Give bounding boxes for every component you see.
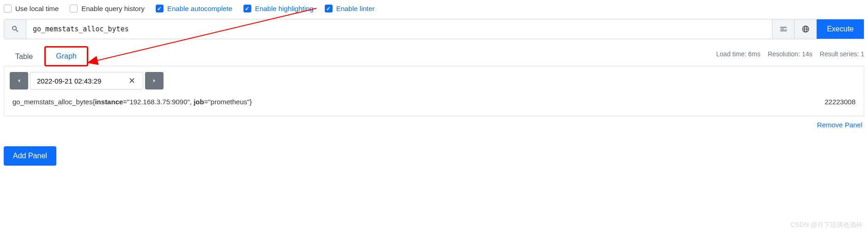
- checkbox-label: Enable linter: [336, 5, 375, 12]
- label-key-job: job: [194, 98, 204, 106]
- search-icon: [4, 19, 26, 39]
- time-navigation: ✕: [10, 72, 858, 90]
- tab-table[interactable]: Table: [4, 47, 44, 66]
- query-options-row: Use local time Enable query history Enab…: [4, 2, 864, 19]
- result-value: 22223008: [825, 98, 856, 106]
- expression-input[interactable]: [26, 19, 772, 39]
- checkbox-label: Enable highlighting: [255, 5, 314, 12]
- format-query-button[interactable]: [772, 19, 794, 39]
- globe-icon-button[interactable]: [794, 19, 816, 39]
- checkbox-icon: [4, 5, 12, 12]
- label-val-instance: "192.168.3.75:9090": [127, 98, 190, 106]
- tab-graph[interactable]: Graph: [44, 46, 88, 66]
- checkbox-label: Use local time: [15, 5, 59, 12]
- add-panel-button[interactable]: Add Panel: [4, 146, 56, 166]
- remove-panel-link[interactable]: Remove Panel: [4, 116, 864, 133]
- enable-query-history-checkbox[interactable]: Enable query history: [70, 5, 145, 12]
- result-metric: go_memstats_alloc_bytes{instance="192.16…: [12, 98, 252, 106]
- label-key-instance: instance: [95, 98, 123, 106]
- checkbox-icon: [243, 5, 251, 12]
- query-stats: Load time: 6ms Resolution: 14s Result se…: [716, 50, 864, 61]
- metric-name: go_memstats_alloc_bytes: [12, 98, 92, 106]
- enable-highlighting-checkbox[interactable]: Enable highlighting: [243, 5, 314, 12]
- enable-linter-checkbox[interactable]: Enable linter: [325, 5, 375, 12]
- tabs-row: Table Graph Load time: 6ms Resolution: 1…: [4, 46, 864, 66]
- checkbox-icon: [70, 5, 78, 12]
- checkbox-icon: [156, 5, 164, 12]
- enable-autocomplete-checkbox[interactable]: Enable autocomplete: [156, 5, 232, 12]
- query-bar: Execute: [4, 19, 864, 39]
- label-val-job: "prometheus": [208, 98, 249, 106]
- checkbox-label: Enable autocomplete: [167, 5, 232, 12]
- time-next-button[interactable]: [145, 72, 164, 90]
- time-prev-button[interactable]: [10, 72, 28, 90]
- clear-time-button[interactable]: ✕: [125, 76, 139, 86]
- stat-resolution: Resolution: 14s: [768, 50, 813, 58]
- evaluation-time-input[interactable]: [37, 77, 125, 85]
- result-row: go_memstats_alloc_bytes{instance="192.16…: [10, 90, 858, 110]
- use-local-time-checkbox[interactable]: Use local time: [4, 5, 59, 12]
- time-input-wrapper: ✕: [30, 72, 143, 90]
- panel-body: ✕ go_memstats_alloc_bytes{instance="192.…: [4, 66, 864, 116]
- checkbox-label: Enable query history: [81, 5, 145, 12]
- stat-load-time: Load time: 6ms: [716, 50, 760, 58]
- stat-result-series: Result series: 1: [820, 50, 864, 58]
- execute-button[interactable]: Execute: [816, 19, 864, 39]
- checkbox-icon: [325, 5, 333, 12]
